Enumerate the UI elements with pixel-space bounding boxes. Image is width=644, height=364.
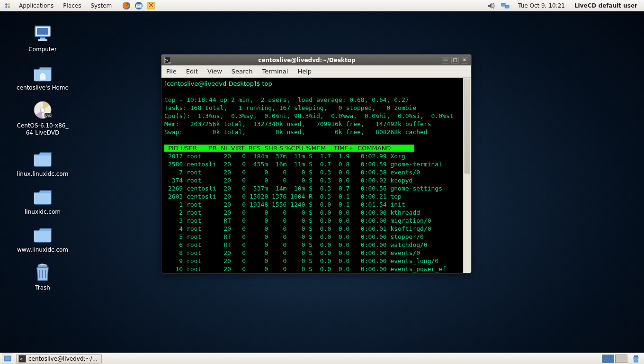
- menu-terminal[interactable]: Terminal: [257, 65, 293, 77]
- desktop-icon-label: linux.linuxidc.com: [17, 171, 69, 178]
- menu-edit[interactable]: Edit: [181, 65, 203, 77]
- svg-rect-18: [4, 356, 11, 361]
- desktop-icon-home[interactable]: centoslive's Home: [12, 61, 73, 91]
- window-menubar: File Edit View Search Terminal Help: [161, 65, 471, 78]
- dvd-icon: DVD: [31, 99, 54, 121]
- svg-rect-8: [505, 5, 509, 8]
- volume-icon[interactable]: [486, 0, 496, 11]
- desktop-icon-label: centoslive's Home: [17, 84, 69, 91]
- menu-system[interactable]: System: [86, 0, 116, 11]
- svg-text:DVD: DVD: [45, 114, 52, 117]
- trash-icon: [31, 261, 54, 283]
- svg-rect-10: [37, 28, 48, 35]
- menu-view[interactable]: View: [203, 65, 227, 77]
- launcher-thunderbird[interactable]: [134, 0, 144, 11]
- menu-search[interactable]: Search: [227, 65, 258, 77]
- folder-icon: [31, 147, 54, 170]
- desktop-icon-label: Trash: [35, 284, 50, 291]
- desktop-icon-label: CentOS-6.10-x86_64-LiveDVD: [17, 122, 69, 136]
- svg-rect-2: [8, 3, 10, 6]
- folder-icon: [31, 185, 54, 208]
- svg-rect-19: [4, 361, 11, 362]
- svg-rect-1: [8, 6, 10, 9]
- desktop-icon-label: linuxidc.com: [25, 209, 61, 216]
- desktop-icon-dvd[interactable]: DVDCentOS-6.10-x86_64-LiveDVD: [12, 99, 73, 136]
- trash-applet[interactable]: [631, 354, 641, 364]
- terminal-content[interactable]: [centoslive@livedvd Desktop]$ top top - …: [161, 78, 463, 273]
- scrollbar[interactable]: [463, 78, 471, 273]
- show-desktop-button[interactable]: [2, 354, 13, 364]
- desktop-icon-computer[interactable]: Computer: [12, 22, 73, 53]
- desktop-icon-folder1[interactable]: linux.linuxidc.com: [12, 147, 73, 178]
- launcher-firefox[interactable]: [121, 0, 132, 11]
- titlebar[interactable]: >_ centoslive@livedvd:~/Desktop — □ ✕: [161, 55, 471, 65]
- svg-rect-0: [5, 3, 8, 6]
- network-icon[interactable]: [500, 0, 510, 11]
- desktop-icon-folder3[interactable]: www.linuxidc.com: [12, 223, 73, 254]
- desktop-icon-trash[interactable]: Trash: [12, 261, 73, 291]
- svg-rect-11: [40, 37, 45, 39]
- menu-file[interactable]: File: [161, 65, 181, 77]
- svg-rect-3: [5, 6, 8, 9]
- workspace-2[interactable]: [615, 355, 627, 363]
- desktop-icon-label: www.linuxidc.com: [17, 246, 68, 254]
- home-icon: [31, 61, 54, 83]
- minimize-button[interactable]: —: [442, 57, 449, 64]
- workspace-1[interactable]: [602, 355, 614, 363]
- taskbar-entry-terminal[interactable]: >_ centoslive@livedvd:~/...: [16, 354, 102, 364]
- distro-icon: [2, 0, 13, 11]
- scrollbar-thumb[interactable]: [465, 79, 470, 173]
- terminal-icon: >_: [164, 57, 171, 64]
- computer-icon: [31, 22, 54, 45]
- maximize-button[interactable]: □: [451, 57, 459, 64]
- workspace-switcher[interactable]: [601, 355, 628, 363]
- menu-places[interactable]: Places: [58, 0, 86, 11]
- desktop-icon-label: Computer: [28, 46, 57, 53]
- top-panel: Applications Places System Tue Oct 9, 10…: [0, 0, 644, 11]
- bottom-panel: >_ centoslive@livedvd:~/...: [0, 353, 644, 364]
- desktop-icon-folder2[interactable]: linuxidc.com: [12, 185, 73, 216]
- svg-rect-20: [634, 355, 638, 357]
- terminal-window: >_ centoslive@livedvd:~/Desktop — □ ✕ Fi…: [161, 54, 472, 273]
- clock[interactable]: Tue Oct 9, 10:21: [512, 2, 571, 9]
- menu-applications[interactable]: Applications: [14, 0, 58, 11]
- svg-rect-12: [38, 39, 47, 41]
- terminal-icon: >_: [18, 355, 26, 363]
- taskbar-entry-label: centoslive@livedvd:~/...: [28, 355, 98, 362]
- window-title: centoslive@livedvd:~/Desktop: [174, 57, 440, 64]
- close-button[interactable]: ✕: [461, 57, 468, 64]
- user-menu[interactable]: LiveCD default user: [571, 2, 644, 9]
- svg-rect-7: [501, 3, 505, 6]
- launcher-notes[interactable]: [146, 0, 156, 11]
- folder-icon: [31, 223, 54, 246]
- menu-help[interactable]: Help: [293, 65, 316, 77]
